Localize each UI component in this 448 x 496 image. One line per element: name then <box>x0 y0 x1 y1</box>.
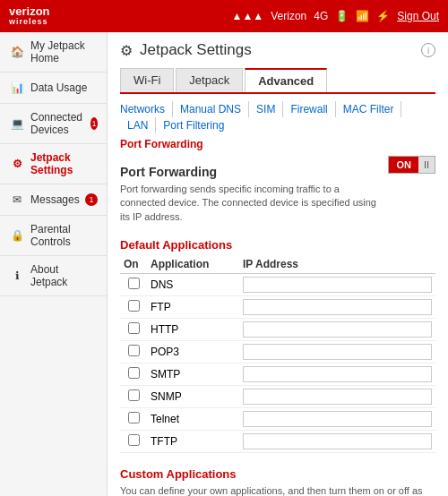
data-usage-icon: 📊 <box>9 80 25 96</box>
default-app-ip-cell <box>239 341 435 363</box>
sidebar-label-messages: Messages <box>30 193 80 206</box>
default-app-checkbox[interactable] <box>128 389 140 401</box>
default-apps-table: On Application IP Address DNS FTP <box>120 255 435 453</box>
info-icon[interactable]: i <box>421 43 435 57</box>
default-app-ip-cell <box>239 296 435 319</box>
default-app-on-cell <box>120 319 147 341</box>
wifi-icon: 📶 <box>356 10 369 22</box>
default-app-on-cell <box>120 431 147 453</box>
tab-advanced[interactable]: Advanced <box>245 68 327 92</box>
sidebar-item-parental-controls[interactable]: 🔒 Parental Controls <box>0 216 107 256</box>
sidebar-item-connected-devices[interactable]: 💻 Connected Devices 1 <box>0 104 107 144</box>
devices-icon: 💻 <box>9 115 25 132</box>
page-title: ⚙ Jetpack Settings <box>120 41 252 59</box>
header-right: ▲▲▲ Verizon 4G 🔋 📶 ⚡ Sign Out <box>232 10 439 22</box>
port-forwarding-header: Port Forwarding Port forwarding sends sp… <box>120 156 435 231</box>
custom-apps-title: Custom Applications <box>120 467 435 481</box>
sub-nav: Networks Manual DNS SIM Firewall MAC Fil… <box>120 101 435 133</box>
sub-nav-mac-filter[interactable]: MAC Filter <box>336 101 402 117</box>
col-on: On <box>120 255 147 274</box>
sidebar-item-jetpack-settings[interactable]: ⚙ Jetpack Settings <box>0 144 107 184</box>
default-app-ip-input[interactable] <box>243 321 432 338</box>
default-app-checkbox[interactable] <box>128 322 140 334</box>
default-app-checkbox[interactable] <box>128 300 140 312</box>
default-app-name-cell: FTP <box>147 296 239 319</box>
default-app-on-cell <box>120 296 147 319</box>
brand-logo: verizon wireless <box>9 5 50 27</box>
sidebar-item-about-jetpack[interactable]: ℹ About Jetpack <box>0 256 107 296</box>
default-app-checkbox[interactable] <box>128 434 140 446</box>
sidebar-label-jetpack-settings: Jetpack Settings <box>30 151 98 176</box>
messages-icon: ✉ <box>9 192 25 208</box>
sidebar-label-my-jetpack-home: My Jetpack Home <box>30 39 98 64</box>
table-row: Telnet <box>120 408 435 431</box>
default-app-ip-cell <box>239 363 435 386</box>
default-app-on-cell <box>120 386 147 408</box>
brand-sub: wireless <box>9 18 50 27</box>
home-icon: 🏠 <box>9 44 25 60</box>
sub-nav-port-filtering[interactable]: Port Filtering <box>156 117 231 133</box>
table-row: DNS <box>120 274 435 296</box>
header: verizon wireless ▲▲▲ Verizon 4G 🔋 📶 ⚡ Si… <box>0 0 448 32</box>
default-app-ip-input[interactable] <box>243 411 432 427</box>
default-app-checkbox[interactable] <box>128 412 140 423</box>
layout: 🏠 My Jetpack Home 📊 Data Usage 💻 Connect… <box>0 32 448 496</box>
default-app-ip-input[interactable] <box>243 277 432 293</box>
table-row: TFTP <box>120 431 435 453</box>
default-app-ip-input[interactable] <box>243 389 432 405</box>
default-app-name-cell: DNS <box>147 274 239 296</box>
sub-nav-sim[interactable]: SIM <box>249 101 283 117</box>
port-forwarding-toggle[interactable]: ON II <box>388 156 435 174</box>
settings-icon: ⚙ <box>9 156 25 172</box>
default-app-name-cell: TFTP <box>147 431 239 453</box>
default-app-ip-input[interactable] <box>243 433 432 449</box>
toggle-off-label: II <box>418 157 435 173</box>
brand-name: verizon <box>9 5 50 18</box>
page-gear-icon: ⚙ <box>120 42 133 59</box>
default-app-ip-cell <box>239 319 435 341</box>
default-app-ip-cell <box>239 386 435 408</box>
main-content: ⚙ Jetpack Settings i Wi-Fi Jetpack Advan… <box>108 32 448 496</box>
about-icon: ℹ <box>9 268 25 284</box>
default-app-checkbox[interactable] <box>128 367 140 379</box>
sidebar-label-about-jetpack: About Jetpack <box>30 263 98 288</box>
sidebar-item-my-jetpack-home[interactable]: 🏠 My Jetpack Home <box>0 32 107 73</box>
table-row: SNMP <box>120 386 435 408</box>
custom-apps-desc: You can define your own applications, an… <box>120 484 435 496</box>
sub-nav-lan[interactable]: LAN <box>120 117 156 133</box>
sub-nav-port-forwarding[interactable]: Port Forwarding <box>120 136 211 152</box>
default-app-ip-cell <box>239 431 435 453</box>
table-row: FTP <box>120 296 435 319</box>
battery-icon: 🔋 <box>335 10 349 22</box>
sidebar-item-messages[interactable]: ✉ Messages 1 <box>0 184 107 216</box>
default-app-checkbox[interactable] <box>128 278 140 289</box>
default-app-on-cell <box>120 274 147 296</box>
default-app-ip-input[interactable] <box>243 299 432 315</box>
toggle-on-label: ON <box>389 157 418 173</box>
parental-icon: 🔒 <box>9 227 25 244</box>
default-app-ip-cell <box>239 274 435 296</box>
sub-nav-networks[interactable]: Networks <box>120 101 173 117</box>
port-forwarding-title-block: Port Forwarding Port forwarding sends sp… <box>120 156 381 231</box>
default-app-on-cell <box>120 363 147 386</box>
signout-button[interactable]: Sign Out <box>397 10 439 22</box>
sidebar-item-data-usage[interactable]: 📊 Data Usage <box>0 73 107 104</box>
tab-jetpack[interactable]: Jetpack <box>176 68 243 92</box>
default-app-name-cell: SNMP <box>147 386 239 408</box>
col-application: Application <box>147 255 239 274</box>
default-app-name-cell: Telnet <box>147 408 239 431</box>
sidebar-label-data-usage: Data Usage <box>30 81 87 94</box>
tabs-row: Wi-Fi Jetpack Advanced <box>120 68 435 94</box>
port-forwarding-title: Port Forwarding <box>120 165 381 179</box>
default-apps-title: Default Applications <box>120 238 435 252</box>
default-app-ip-input[interactable] <box>243 366 432 382</box>
connected-devices-badge: 1 <box>90 117 98 130</box>
sub-nav-manual-dns[interactable]: Manual DNS <box>173 101 249 117</box>
tab-wifi[interactable]: Wi-Fi <box>120 68 174 92</box>
sub-nav-firewall[interactable]: Firewall <box>283 101 335 117</box>
default-app-checkbox[interactable] <box>128 345 140 356</box>
table-row: HTTP <box>120 319 435 341</box>
sidebar-label-parental-controls: Parental Controls <box>30 223 98 248</box>
sidebar-label-connected-devices: Connected Devices <box>30 111 85 136</box>
default-app-ip-input[interactable] <box>243 344 432 360</box>
